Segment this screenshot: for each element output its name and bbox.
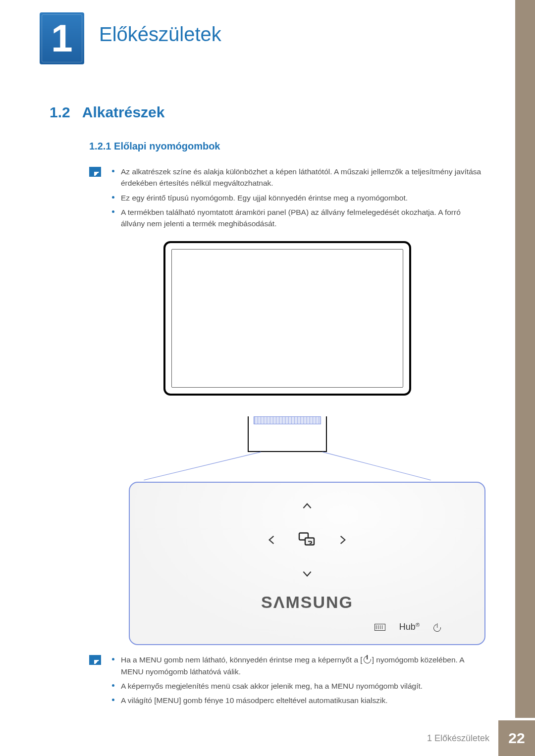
monitor-outline bbox=[163, 241, 411, 396]
chapter-header: 1 Előkészületek bbox=[0, 0, 535, 64]
keyboard-icon bbox=[374, 624, 385, 631]
note-block-bottom: Ha a MENU gomb nem látható, könnyedén ér… bbox=[89, 654, 485, 709]
panel-bottom-icons: Hub® bbox=[144, 622, 471, 632]
note-icon bbox=[89, 655, 101, 665]
footer-page-number: 22 bbox=[498, 720, 535, 756]
section-title: Alkatrészek bbox=[82, 104, 165, 121]
note-item: A termékben található nyomtatott áramkör… bbox=[110, 206, 485, 230]
button-strip-highlight bbox=[254, 416, 321, 424]
arrow-down-icon bbox=[301, 567, 314, 584]
note-icon bbox=[89, 167, 101, 177]
section-number: 1.2 bbox=[50, 104, 70, 121]
monitor-screen bbox=[171, 249, 403, 388]
svg-line-1 bbox=[322, 452, 431, 480]
note-item: A világító [MENU] gomb fénye 10 másodper… bbox=[110, 695, 485, 706]
monitor-stand bbox=[248, 416, 327, 452]
note-item: Ez egy érintő típusú nyomógomb. Egy ujja… bbox=[110, 192, 485, 203]
arrow-right-icon bbox=[336, 534, 349, 550]
page-footer: 1 Előkészületek 22 bbox=[0, 720, 535, 756]
control-panel: SΛMSUNG Hub® bbox=[129, 482, 485, 645]
hub-label: Hub® bbox=[399, 622, 420, 632]
note-block-top: Az alkatrészek színe és alakja különbözh… bbox=[89, 166, 485, 232]
source-swap-icon bbox=[298, 532, 316, 552]
chapter-number-box: 1 bbox=[40, 12, 84, 64]
monitor-figure: SΛMSUNG Hub® bbox=[129, 241, 446, 645]
svg-line-0 bbox=[144, 452, 261, 480]
note-item: A képernyős megjelenítés menü csak akkor… bbox=[110, 680, 485, 692]
dpad-cluster bbox=[265, 500, 349, 584]
callout-lines bbox=[129, 449, 446, 486]
section-heading: 1.2 Alkatrészek bbox=[50, 104, 485, 121]
subsection-heading: 1.2.1 Előlapi nyomógombok bbox=[89, 141, 485, 152]
brand-logo: SΛMSUNG bbox=[144, 593, 471, 612]
arrow-left-icon bbox=[265, 534, 278, 550]
note-item: Ha a MENU gomb nem látható, könnyedén ér… bbox=[110, 654, 485, 677]
chapter-title: Előkészületek bbox=[99, 23, 221, 46]
power-icon bbox=[364, 656, 371, 663]
arrow-up-icon bbox=[301, 500, 314, 516]
note-item: Az alkatrészek színe és alakja különbözh… bbox=[110, 166, 485, 189]
power-icon bbox=[433, 624, 441, 632]
side-accent-bar bbox=[515, 0, 535, 718]
footer-chapter-label: 1 Előkészületek bbox=[418, 720, 498, 756]
